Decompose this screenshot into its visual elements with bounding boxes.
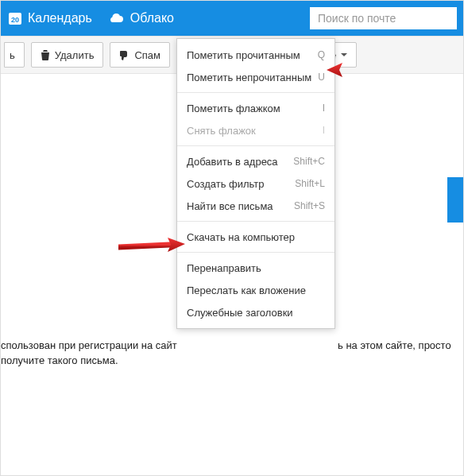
nav-calendar[interactable]: 20 Календарь [7, 10, 92, 26]
menu-mark-unread[interactable]: Пометить непрочитаннымU [177, 66, 334, 88]
message-body-text: спользован при регистрации на сайт ь на … [1, 339, 455, 369]
search-container [310, 7, 457, 29]
cloud-icon [106, 10, 126, 26]
top-nav-bar: 20 Календарь Облако [1, 1, 463, 36]
annotation-arrow-download-icon [118, 236, 185, 255]
menu-redirect[interactable]: Перенаправить [177, 257, 334, 279]
menu-headers[interactable]: Служебные заголовки [177, 301, 334, 323]
spam-label: Спам [134, 49, 160, 61]
nav-cloud[interactable]: Облако [106, 10, 174, 26]
more-dropdown-menu: Пометить прочитаннымQ Пометить непрочита… [176, 38, 335, 329]
menu-forward-attachment[interactable]: Переслать как вложение [177, 279, 334, 301]
spam-button[interactable]: Спам [110, 42, 170, 68]
menu-download[interactable]: Скачать на компьютер [177, 226, 334, 248]
menu-unflag: Снять флажокI [177, 119, 334, 141]
trash-icon [41, 50, 50, 60]
thumbs-down-icon [119, 50, 130, 60]
calendar-icon: 20 [7, 10, 23, 26]
menu-add-address[interactable]: Добавить в адресаShift+C [177, 150, 334, 172]
side-accent-panel [447, 177, 463, 223]
svg-text:20: 20 [11, 16, 19, 24]
menu-mark-read[interactable]: Пометить прочитаннымQ [177, 44, 334, 66]
menu-create-filter[interactable]: Создать фильтрShift+L [177, 172, 334, 195]
delete-button[interactable]: Удалить [31, 42, 104, 68]
menu-separator [177, 252, 334, 253]
truncated-button[interactable]: ь [4, 42, 25, 68]
nav-calendar-label: Календарь [28, 11, 92, 25]
nav-cloud-label: Облако [130, 11, 174, 25]
menu-find-all[interactable]: Найти все письмаShift+S [177, 195, 334, 217]
menu-separator [177, 221, 334, 222]
menu-flag[interactable]: Пометить флажкомI [177, 97, 334, 119]
menu-separator [177, 145, 334, 146]
chevron-down-icon [341, 53, 347, 56]
menu-separator [177, 92, 334, 93]
search-input[interactable] [310, 7, 457, 29]
delete-label: Удалить [55, 49, 95, 61]
